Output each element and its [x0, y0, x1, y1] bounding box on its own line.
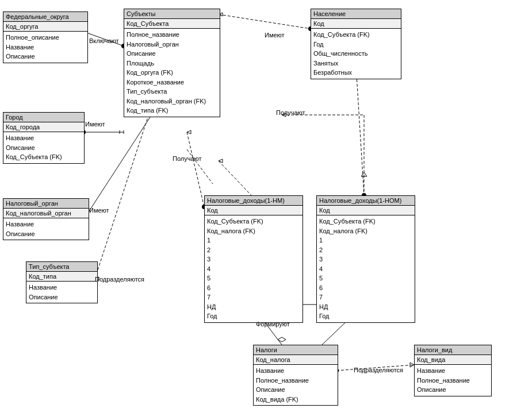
- entity-nalog-dohody-hm-pk: Код: [205, 206, 302, 215]
- label-imeyut-nas: Имеют: [265, 32, 285, 38]
- label-poluchaut2: Получают: [173, 155, 202, 162]
- svg-line-13: [187, 149, 213, 184]
- svg-marker-36: [219, 159, 223, 163]
- label-imeyut-nal: Имеют: [89, 207, 109, 214]
- entity-nalogoviy-organ-title: Налоговый_орган: [3, 199, 89, 209]
- svg-marker-31: [410, 363, 414, 367]
- entity-nalogi-attrs: Название Полное_название Описание Код_ви…: [254, 365, 338, 405]
- svg-line-3: [219, 14, 311, 29]
- entity-nalogi-title: Налоги: [254, 345, 338, 355]
- label-podrazd-nal: Подразделяются: [354, 367, 403, 373]
- entity-nalogi-vid-attrs: Название Полное_название Описание: [415, 365, 491, 396]
- entity-nalog-dohody-nom-pk: Код: [317, 206, 415, 215]
- entity-nalog-dohody-hm-attrs: Код_Субъекта (FK) Код_налога (FK) 1 2 3 …: [205, 215, 302, 322]
- svg-line-10: [187, 132, 204, 207]
- entity-tip-subekta-pk: Код_типа: [26, 272, 97, 282]
- entity-nalogoviy-organ-pk: Код_налоговый_орган: [3, 209, 89, 218]
- entity-nalogoviy-organ-attrs: Название Описание: [3, 218, 89, 240]
- entity-gorod-title: Город: [3, 113, 84, 122]
- entity-nalog-dohody-hm: Налоговые_доходы(1-НМ) Код Код_Субъекта …: [204, 195, 303, 323]
- entity-nalogoviy-organ: Налоговый_орган Код_налоговый_орган Назв…: [3, 198, 89, 240]
- svg-line-14: [357, 75, 364, 195]
- entity-nalogi-pk: Код_налога: [254, 355, 338, 365]
- entity-gorod-attrs: Название Описание Код_Субъекта (FK): [3, 132, 84, 163]
- entity-gorod-pk: Код_города: [3, 122, 84, 132]
- svg-marker-25: [278, 337, 286, 342]
- entity-federal-okrug-pk: Код_оргуга: [3, 22, 87, 32]
- entity-tip-subekta-title: Тип_субъекта: [26, 262, 97, 272]
- entity-subekty-pk: Код_Субъекта: [124, 19, 220, 29]
- svg-marker-15: [361, 172, 367, 176]
- svg-line-35: [219, 161, 251, 195]
- entity-federal-okrug: Федеральные_округа Код_оргуга Полное_опи…: [3, 11, 88, 63]
- entity-nalogi-vid-title: Налоги_вид: [415, 345, 491, 355]
- label-poluchaut1: Получают: [276, 109, 305, 116]
- label-imeyut-gor: Имеют: [85, 121, 105, 128]
- entity-subekty-attrs: Полное_название Налоговый_орган Описание…: [124, 29, 220, 117]
- entity-naselenie-pk: Код: [311, 19, 401, 29]
- entity-nalog-dohody-nom-title: Налоговые_доходы(1-НОМ): [317, 196, 415, 206]
- entity-naselenie-title: Население: [311, 9, 401, 19]
- entity-gorod: Город Код_города Название Описание Код_С…: [3, 112, 85, 164]
- entity-nalog-dohody-nom-attrs: Код_Субъекта (FK) Код_налога (FK) 1 2 3 …: [317, 215, 415, 322]
- entity-nalogi: Налоги Код_налога Название Полное_назван…: [253, 345, 338, 406]
- entity-nalogi-vid: Налоги_вид Код_вида Название Полное_назв…: [414, 345, 492, 396]
- label-vkluchaut: Включают: [89, 37, 119, 44]
- svg-line-21: [95, 112, 150, 279]
- entity-nalog-dohody-nom: Налоговые_доходы(1-НОМ) Код Код_Субъекта…: [316, 195, 415, 323]
- label-formiruyut: Формируют: [256, 321, 290, 327]
- diagram-container: Федеральные_округа Код_оргуга Полное_опи…: [0, 0, 517, 420]
- entity-nalog-dohody-hm-title: Налоговые_доходы(1-НМ): [205, 196, 302, 206]
- entity-naselenie: Население Код Код_Субъекта (FK) Год Общ_…: [311, 9, 401, 79]
- entity-federal-okrug-title: Федеральные_округа: [3, 12, 87, 22]
- label-podrazd-tip: Подразделяются: [95, 276, 144, 283]
- entity-nalogi-vid-pk: Код_вида: [415, 355, 491, 365]
- entity-tip-subekta: Тип_субъекта Код_типа Название Описание: [26, 261, 98, 303]
- entity-naselenie-attrs: Код_Субъекта (FK) Год Общ_численность За…: [311, 29, 401, 79]
- entity-tip-subekta-attrs: Название Описание: [26, 282, 97, 303]
- entity-subekty-title: Субъекты: [124, 9, 220, 19]
- entity-subekty: Субъекты Код_Субъекта Полное_название На…: [124, 9, 220, 117]
- svg-marker-11: [187, 130, 191, 134]
- entity-federal-okrug-attrs: Полное_описание Название Описание: [3, 32, 87, 63]
